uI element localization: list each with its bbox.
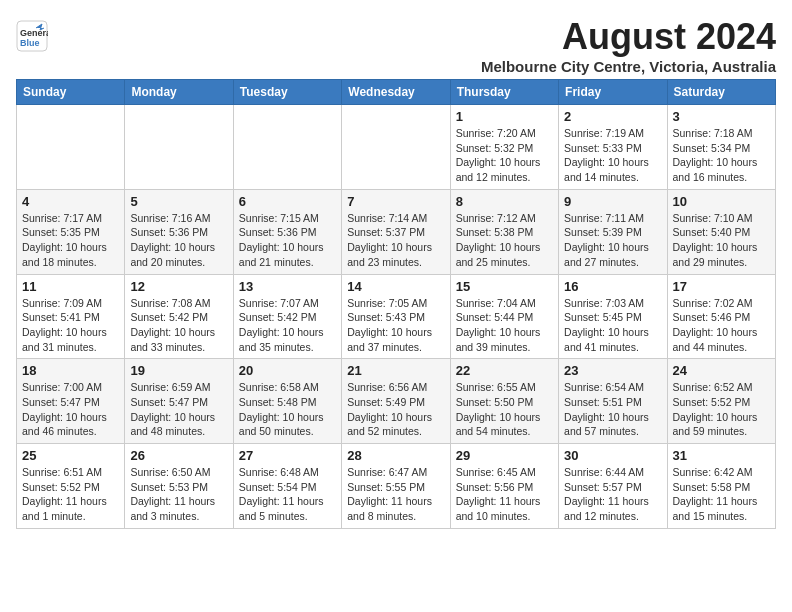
calendar-cell: 1Sunrise: 7:20 AMSunset: 5:32 PMDaylight… [450,105,558,190]
day-info: Sunrise: 7:04 AMSunset: 5:44 PMDaylight:… [456,296,553,355]
day-number: 20 [239,363,336,378]
logo-icon: General Blue [16,20,48,52]
day-info: Sunrise: 7:00 AMSunset: 5:47 PMDaylight:… [22,380,119,439]
calendar-table: Sunday Monday Tuesday Wednesday Thursday… [16,79,776,529]
day-number: 5 [130,194,227,209]
day-number: 9 [564,194,661,209]
calendar-cell: 5Sunrise: 7:16 AMSunset: 5:36 PMDaylight… [125,189,233,274]
day-info: Sunrise: 7:10 AMSunset: 5:40 PMDaylight:… [673,211,770,270]
day-number: 24 [673,363,770,378]
day-info: Sunrise: 7:15 AMSunset: 5:36 PMDaylight:… [239,211,336,270]
day-info: Sunrise: 7:05 AMSunset: 5:43 PMDaylight:… [347,296,444,355]
col-thursday: Thursday [450,80,558,105]
calendar-cell: 6Sunrise: 7:15 AMSunset: 5:36 PMDaylight… [233,189,341,274]
day-number: 1 [456,109,553,124]
title-area: August 2024 Melbourne City Centre, Victo… [481,16,776,75]
day-number: 16 [564,279,661,294]
day-info: Sunrise: 6:42 AMSunset: 5:58 PMDaylight:… [673,465,770,524]
day-info: Sunrise: 7:19 AMSunset: 5:33 PMDaylight:… [564,126,661,185]
day-number: 29 [456,448,553,463]
day-info: Sunrise: 6:54 AMSunset: 5:51 PMDaylight:… [564,380,661,439]
day-info: Sunrise: 6:50 AMSunset: 5:53 PMDaylight:… [130,465,227,524]
day-info: Sunrise: 7:11 AMSunset: 5:39 PMDaylight:… [564,211,661,270]
day-info: Sunrise: 6:48 AMSunset: 5:54 PMDaylight:… [239,465,336,524]
calendar-week-1: 1Sunrise: 7:20 AMSunset: 5:32 PMDaylight… [17,105,776,190]
col-friday: Friday [559,80,667,105]
calendar-cell: 26Sunrise: 6:50 AMSunset: 5:53 PMDayligh… [125,444,233,529]
day-number: 11 [22,279,119,294]
day-info: Sunrise: 6:47 AMSunset: 5:55 PMDaylight:… [347,465,444,524]
day-info: Sunrise: 6:51 AMSunset: 5:52 PMDaylight:… [22,465,119,524]
calendar-cell: 12Sunrise: 7:08 AMSunset: 5:42 PMDayligh… [125,274,233,359]
day-info: Sunrise: 7:17 AMSunset: 5:35 PMDaylight:… [22,211,119,270]
calendar-week-5: 25Sunrise: 6:51 AMSunset: 5:52 PMDayligh… [17,444,776,529]
calendar-cell: 8Sunrise: 7:12 AMSunset: 5:38 PMDaylight… [450,189,558,274]
day-number: 15 [456,279,553,294]
col-wednesday: Wednesday [342,80,450,105]
calendar-cell: 13Sunrise: 7:07 AMSunset: 5:42 PMDayligh… [233,274,341,359]
calendar-cell: 27Sunrise: 6:48 AMSunset: 5:54 PMDayligh… [233,444,341,529]
header-row: Sunday Monday Tuesday Wednesday Thursday… [17,80,776,105]
calendar-cell: 21Sunrise: 6:56 AMSunset: 5:49 PMDayligh… [342,359,450,444]
day-number: 27 [239,448,336,463]
day-info: Sunrise: 7:12 AMSunset: 5:38 PMDaylight:… [456,211,553,270]
day-number: 26 [130,448,227,463]
day-info: Sunrise: 6:56 AMSunset: 5:49 PMDaylight:… [347,380,444,439]
day-number: 31 [673,448,770,463]
svg-text:Blue: Blue [20,38,40,48]
day-number: 23 [564,363,661,378]
day-info: Sunrise: 6:55 AMSunset: 5:50 PMDaylight:… [456,380,553,439]
calendar-cell: 2Sunrise: 7:19 AMSunset: 5:33 PMDaylight… [559,105,667,190]
calendar-cell: 25Sunrise: 6:51 AMSunset: 5:52 PMDayligh… [17,444,125,529]
day-number: 2 [564,109,661,124]
calendar-cell [233,105,341,190]
calendar-cell: 31Sunrise: 6:42 AMSunset: 5:58 PMDayligh… [667,444,775,529]
svg-text:General: General [20,28,48,38]
day-info: Sunrise: 7:18 AMSunset: 5:34 PMDaylight:… [673,126,770,185]
calendar-cell: 10Sunrise: 7:10 AMSunset: 5:40 PMDayligh… [667,189,775,274]
logo: General Blue [16,20,52,56]
calendar-week-3: 11Sunrise: 7:09 AMSunset: 5:41 PMDayligh… [17,274,776,359]
day-number: 17 [673,279,770,294]
day-number: 12 [130,279,227,294]
day-info: Sunrise: 7:20 AMSunset: 5:32 PMDaylight:… [456,126,553,185]
day-number: 13 [239,279,336,294]
calendar-cell: 28Sunrise: 6:47 AMSunset: 5:55 PMDayligh… [342,444,450,529]
calendar-cell: 16Sunrise: 7:03 AMSunset: 5:45 PMDayligh… [559,274,667,359]
day-number: 8 [456,194,553,209]
col-sunday: Sunday [17,80,125,105]
calendar-cell: 29Sunrise: 6:45 AMSunset: 5:56 PMDayligh… [450,444,558,529]
calendar-cell [342,105,450,190]
day-number: 19 [130,363,227,378]
day-info: Sunrise: 6:58 AMSunset: 5:48 PMDaylight:… [239,380,336,439]
day-number: 21 [347,363,444,378]
calendar-cell: 15Sunrise: 7:04 AMSunset: 5:44 PMDayligh… [450,274,558,359]
day-info: Sunrise: 6:59 AMSunset: 5:47 PMDaylight:… [130,380,227,439]
day-info: Sunrise: 7:16 AMSunset: 5:36 PMDaylight:… [130,211,227,270]
day-number: 3 [673,109,770,124]
day-number: 10 [673,194,770,209]
day-info: Sunrise: 6:45 AMSunset: 5:56 PMDaylight:… [456,465,553,524]
day-info: Sunrise: 7:03 AMSunset: 5:45 PMDaylight:… [564,296,661,355]
day-number: 7 [347,194,444,209]
day-number: 25 [22,448,119,463]
col-saturday: Saturday [667,80,775,105]
month-title: August 2024 [481,16,776,58]
day-info: Sunrise: 7:02 AMSunset: 5:46 PMDaylight:… [673,296,770,355]
col-monday: Monday [125,80,233,105]
calendar-cell: 24Sunrise: 6:52 AMSunset: 5:52 PMDayligh… [667,359,775,444]
day-info: Sunrise: 7:08 AMSunset: 5:42 PMDaylight:… [130,296,227,355]
day-number: 6 [239,194,336,209]
calendar-cell: 20Sunrise: 6:58 AMSunset: 5:48 PMDayligh… [233,359,341,444]
calendar-cell: 30Sunrise: 6:44 AMSunset: 5:57 PMDayligh… [559,444,667,529]
calendar-cell: 11Sunrise: 7:09 AMSunset: 5:41 PMDayligh… [17,274,125,359]
calendar-cell: 4Sunrise: 7:17 AMSunset: 5:35 PMDaylight… [17,189,125,274]
calendar-cell: 3Sunrise: 7:18 AMSunset: 5:34 PMDaylight… [667,105,775,190]
calendar-cell: 22Sunrise: 6:55 AMSunset: 5:50 PMDayligh… [450,359,558,444]
day-info: Sunrise: 6:44 AMSunset: 5:57 PMDaylight:… [564,465,661,524]
day-number: 30 [564,448,661,463]
calendar-cell: 23Sunrise: 6:54 AMSunset: 5:51 PMDayligh… [559,359,667,444]
day-number: 18 [22,363,119,378]
calendar-cell [17,105,125,190]
calendar-cell: 9Sunrise: 7:11 AMSunset: 5:39 PMDaylight… [559,189,667,274]
